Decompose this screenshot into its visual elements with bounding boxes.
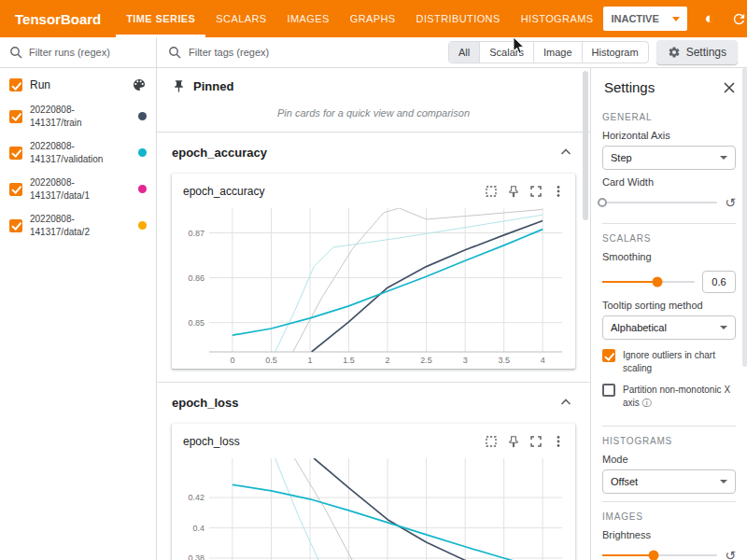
runs-select-all-checkbox[interactable] — [9, 78, 22, 91]
main-nav: TIME SERIES SCALARS IMAGES GRAPHS DISTRI… — [116, 0, 603, 37]
tab-distributions[interactable]: DISTRIBUTIONS — [406, 0, 511, 37]
runs-filter-box — [0, 37, 156, 68]
main-scrollbar[interactable] — [582, 69, 589, 559]
expand-card-button[interactable] — [525, 180, 547, 203]
main-column: All Scalars Image Histogram Settings — [157, 37, 747, 560]
tag-type-filter-group: All Scalars Image Histogram — [448, 41, 649, 63]
brightness-slider[interactable] — [602, 554, 717, 556]
pinned-title: Pinned — [193, 79, 233, 93]
horizontal-axis-select[interactable]: Step — [602, 146, 736, 170]
histogram-mode-select[interactable]: Offset — [602, 469, 736, 494]
expand-card-button[interactable] — [525, 430, 547, 453]
scalar-card-epoch-accuracy: epoch_accuracy 00.511.522.533.540.850.86… — [172, 174, 575, 369]
cards-scroll-area[interactable]: Pinned Pin cards for a quick view and co… — [157, 68, 590, 560]
settings-scrollbar-thumb[interactable] — [742, 68, 747, 367]
run-item-data-2[interactable]: 20220808- 141317/data/2 — [0, 207, 156, 244]
run-item-validation[interactable]: 20220808- 141317/validation — [0, 134, 156, 171]
chevron-up-icon — [558, 145, 573, 160]
epoch-loss-chart[interactable]: 00.511.522.533.540.360.380.40.42 — [172, 453, 575, 560]
tab-time-series[interactable]: TIME SERIES — [116, 0, 205, 37]
scrollbar-thumb[interactable] — [583, 71, 588, 220]
smoothing-slider[interactable] — [602, 281, 695, 283]
run-checkbox[interactable] — [9, 147, 22, 160]
section-epoch-accuracy: epoch_accuracy epoch_accuracy — [157, 133, 590, 369]
pin-card-button[interactable] — [502, 180, 525, 203]
slider-thumb[interactable] — [598, 198, 607, 207]
tab-scalars[interactable]: SCALARS — [205, 0, 276, 37]
collapse-section-button[interactable] — [555, 391, 577, 413]
fullscreen-icon — [529, 435, 543, 448]
chevron-up-icon — [558, 395, 573, 410]
pin-outline-icon — [507, 435, 520, 448]
fit-to-data-button[interactable] — [480, 430, 502, 453]
more-options-button[interactable] — [547, 430, 570, 453]
filter-scalars-button[interactable]: Scalars — [479, 42, 533, 63]
pin-outline-icon — [507, 185, 520, 198]
svg-text:0.86: 0.86 — [188, 273, 204, 283]
fit-to-data-button[interactable] — [480, 180, 502, 203]
header-actions: INACTIVE ◐ ⚙ ? — [603, 0, 747, 37]
epoch-accuracy-chart[interactable]: 00.511.522.533.540.850.860.87 — [172, 203, 575, 369]
filter-all-button[interactable]: All — [449, 42, 479, 63]
tags-filter-input[interactable] — [189, 47, 293, 58]
collapse-section-button[interactable] — [555, 141, 577, 163]
svg-text:4: 4 — [541, 356, 545, 365]
svg-text:0.38: 0.38 — [188, 553, 204, 560]
close-icon[interactable] — [723, 81, 736, 94]
fit-to-data-icon — [485, 435, 498, 448]
palette-icon[interactable] — [132, 77, 147, 92]
more-options-button[interactable] — [547, 180, 570, 203]
pinned-section: Pinned Pin cards for a quick view and co… — [157, 68, 590, 133]
runs-header-row: Run — [0, 68, 156, 98]
card-title: epoch_loss — [183, 435, 480, 448]
tab-graphs[interactable]: GRAPHS — [340, 0, 406, 37]
tags-toolbar: All Scalars Image Histogram Settings — [157, 37, 747, 68]
theme-toggle-icon[interactable]: ◐ — [697, 6, 723, 32]
info-icon[interactable]: ⓘ — [642, 398, 652, 408]
svg-text:0.4: 0.4 — [192, 524, 204, 533]
runs-filter-input[interactable] — [29, 47, 134, 58]
pinned-hint: Pin cards for a quick view and compariso… — [157, 107, 590, 119]
kebab-menu-icon — [552, 185, 565, 198]
tooltip-sorting-select[interactable]: Alphabetical — [602, 315, 736, 340]
reload-status-value: INACTIVE — [611, 13, 658, 24]
pin-icon — [172, 79, 186, 93]
run-checkbox[interactable] — [9, 110, 22, 123]
card-width-slider[interactable] — [602, 202, 717, 203]
run-checkbox[interactable] — [9, 219, 22, 232]
ignore-outliers-checkbox[interactable] — [602, 349, 615, 362]
reset-icon[interactable]: ↺ — [725, 196, 736, 209]
run-color-dot — [138, 112, 147, 120]
run-item-data-1[interactable]: 20220808- 141317/data/1 — [0, 171, 156, 207]
fullscreen-icon — [529, 185, 543, 198]
svg-text:0.5: 0.5 — [265, 356, 277, 365]
slider-thumb[interactable] — [649, 551, 659, 560]
runs-sidebar: Run 20220808- 141317/train 20220808- 141… — [0, 37, 157, 560]
horizontal-axis-label: Horizontal Axis — [602, 130, 736, 141]
tab-histograms[interactable]: HISTOGRAMS — [511, 0, 604, 37]
smoothing-value-input[interactable] — [702, 271, 736, 293]
partition-x-axis-checkbox[interactable] — [602, 384, 615, 397]
reset-icon[interactable]: ↺ — [725, 549, 736, 560]
pin-card-button[interactable] — [502, 430, 525, 453]
tab-images[interactable]: IMAGES — [276, 0, 339, 37]
run-color-dot — [138, 185, 147, 193]
filter-histogram-button[interactable]: Histogram — [582, 42, 648, 63]
refresh-icon[interactable] — [726, 6, 747, 32]
slider-thumb[interactable] — [653, 277, 663, 287]
run-checkbox[interactable] — [9, 183, 22, 196]
run-color-dot — [138, 221, 147, 230]
settings-button[interactable]: Settings — [656, 40, 738, 64]
section-title: epoch_loss — [172, 396, 239, 410]
app-logo: TensorBoard — [0, 0, 116, 37]
svg-text:2: 2 — [386, 356, 390, 365]
settings-general-section: GENERAL Horizontal Axis Step Card Width — [602, 103, 736, 223]
reload-status-select[interactable]: INACTIVE — [603, 7, 686, 31]
svg-text:1.5: 1.5 — [343, 356, 355, 365]
scalar-card-epoch-loss: epoch_loss 00.511.522.533.540.360.380.40… — [172, 424, 575, 560]
svg-text:2.5: 2.5 — [420, 356, 432, 365]
run-item-train[interactable]: 20220808- 141317/train — [0, 98, 156, 134]
mode-label: Mode — [602, 454, 736, 465]
filter-image-button[interactable]: Image — [533, 42, 582, 63]
gear-icon — [668, 46, 681, 59]
